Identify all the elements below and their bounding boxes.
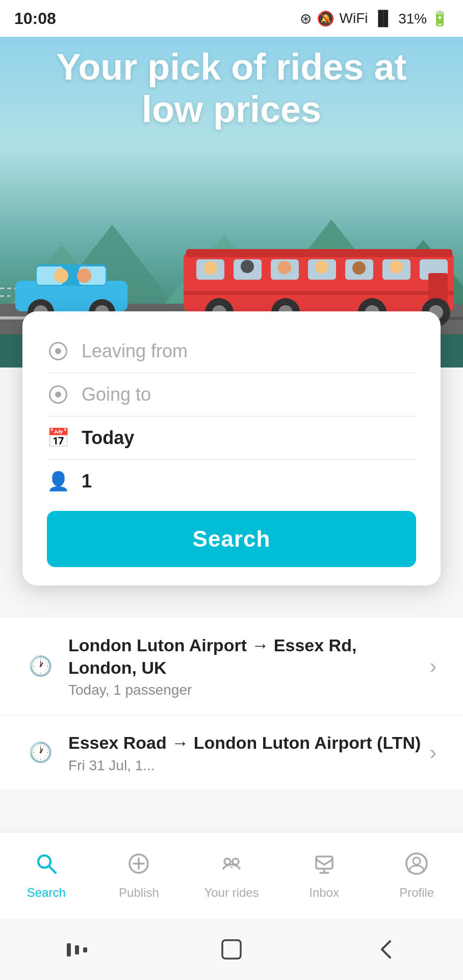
location-to-icon xyxy=(47,383,69,406)
hero-title: Your pick of rides at low prices xyxy=(31,46,432,131)
nav-inbox[interactable]: Inbox xyxy=(278,845,371,906)
nav-profile[interactable]: Profile xyxy=(370,845,463,906)
svg-point-56 xyxy=(278,261,291,274)
svg-point-67 xyxy=(233,859,239,865)
svg-rect-74 xyxy=(83,947,87,952)
nav-search[interactable]: Search xyxy=(0,845,93,906)
nav-inbox-label: Inbox xyxy=(309,886,339,900)
status-icons: ⊛ 🔕 WiFi ▐▌ 31% 🔋 xyxy=(300,10,449,27)
battery-icon: 31% 🔋 xyxy=(398,10,449,27)
leaving-from-placeholder: Leaving from xyxy=(82,340,188,362)
inbox-nav-icon xyxy=(312,851,337,881)
passengers-field[interactable]: 👤 1 xyxy=(47,460,416,503)
svg-point-55 xyxy=(241,260,254,273)
clock-icon-2: 🕐 xyxy=(27,739,54,766)
passengers-value: 1 xyxy=(82,471,92,492)
wifi-icon: WiFi xyxy=(340,10,368,27)
recent-item-2[interactable]: 🕐 Essex Road → London Luton Airport (LTN… xyxy=(0,715,463,790)
svg-rect-60 xyxy=(184,291,454,295)
recent-title-2: Essex Road → London Luton Airport (LTN) xyxy=(68,731,422,754)
chevron-right-icon-1: › xyxy=(430,655,436,678)
svg-point-61 xyxy=(38,855,50,868)
going-to-field[interactable]: Going to xyxy=(47,373,416,416)
bottom-nav: Search Publish Your rides xyxy=(0,832,463,919)
profile-nav-icon xyxy=(404,851,429,881)
nav-publish-label: Publish xyxy=(119,886,159,900)
svg-rect-73 xyxy=(75,945,79,954)
svg-rect-72 xyxy=(67,943,71,957)
recent-title-1: London Luton Airport → Essex Rd, London,… xyxy=(68,634,422,679)
recent-content-1: London Luton Airport → Essex Rd, London,… xyxy=(68,634,422,698)
your-rides-nav-icon xyxy=(219,851,244,881)
svg-point-57 xyxy=(315,260,328,274)
svg-point-66 xyxy=(224,859,230,865)
status-time: 10:08 xyxy=(14,9,56,28)
recent-searches: 🕐 London Luton Airport → Essex Rd, Londo… xyxy=(0,618,463,791)
chevron-right-icon-2: › xyxy=(430,741,436,764)
svg-point-58 xyxy=(352,261,366,275)
svg-point-54 xyxy=(204,261,217,275)
svg-rect-75 xyxy=(222,940,241,959)
bluetooth-icon: ⊛ xyxy=(300,10,312,27)
nav-profile-label: Profile xyxy=(399,886,434,900)
svg-point-32 xyxy=(54,268,68,283)
svg-point-59 xyxy=(390,260,403,274)
status-bar: 10:08 ⊛ 🔕 WiFi ▐▌ 31% 🔋 xyxy=(0,0,463,37)
svg-point-71 xyxy=(413,857,420,865)
nav-search-label: Search xyxy=(27,886,66,900)
going-to-placeholder: Going to xyxy=(82,384,151,405)
svg-rect-37 xyxy=(186,249,452,257)
search-button[interactable]: Search xyxy=(47,511,416,567)
clock-icon-1: 🕐 xyxy=(27,652,54,680)
recent-subtitle-1: Today, 1 passenger xyxy=(68,682,422,698)
signal-icon: ▐▌ xyxy=(373,10,393,27)
recent-subtitle-2: Fri 31 Jul, 1... xyxy=(68,757,422,774)
nav-your-rides[interactable]: Your rides xyxy=(185,845,278,906)
search-nav-icon xyxy=(34,851,59,881)
calendar-icon: 📅 xyxy=(47,427,69,449)
android-menu-button[interactable] xyxy=(64,936,90,963)
android-back-button[interactable] xyxy=(373,936,399,963)
date-value: Today xyxy=(82,427,134,449)
publish-nav-icon xyxy=(126,851,151,881)
android-home-button[interactable] xyxy=(218,936,245,963)
nav-your-rides-label: Your rides xyxy=(204,886,259,900)
recent-content-2: Essex Road → London Luton Airport (LTN) … xyxy=(68,731,422,773)
mute-icon: 🔕 xyxy=(317,10,335,27)
hero-text: Your pick of rides at low prices xyxy=(0,46,463,131)
recent-item-1[interactable]: 🕐 London Luton Airport → Essex Rd, Londo… xyxy=(0,618,463,715)
search-card: Leaving from Going to 📅 Today 👤 1 Search xyxy=(22,311,441,585)
person-icon: 👤 xyxy=(47,470,69,493)
android-nav xyxy=(0,919,463,980)
nav-publish[interactable]: Publish xyxy=(93,845,186,906)
svg-point-33 xyxy=(77,268,91,283)
leaving-from-field[interactable]: Leaving from xyxy=(47,330,416,373)
svg-line-62 xyxy=(49,867,56,873)
date-field[interactable]: 📅 Today xyxy=(47,416,416,460)
location-from-icon xyxy=(47,340,69,362)
